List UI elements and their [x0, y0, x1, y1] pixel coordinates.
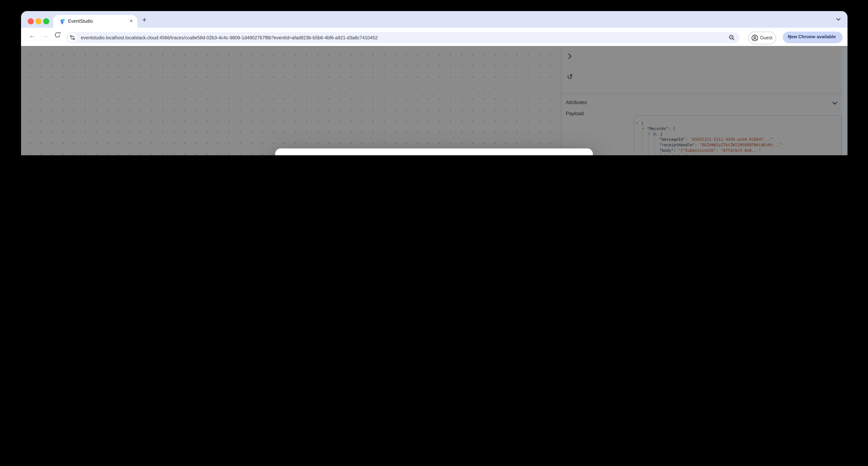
screenshot-stage: EventStudio × + ← → [0, 0, 868, 155]
tab-eventstudio[interactable]: EventStudio × [53, 15, 137, 28]
profile-label: Guest [760, 35, 772, 40]
reload-button[interactable] [54, 32, 61, 38]
url-text[interactable]: eventstudio.localhost.localstack.cloud:4… [81, 35, 378, 40]
browser-menu-dots-icon[interactable]: ⋮ [788, 34, 839, 40]
tab-close-icon[interactable]: × [129, 17, 133, 25]
site-settings-tune-icon[interactable] [68, 33, 77, 42]
tab-search-chevron-icon[interactable] [836, 17, 841, 21]
window-minimize-button[interactable] [35, 18, 41, 24]
tab-strip: EventStudio × + [21, 11, 847, 28]
chrome-update-button[interactable]: New Chrome available ⋮ [783, 32, 842, 43]
url-bar[interactable]: eventstudio.localhost.localstack.cloud:4… [66, 32, 740, 43]
window-zoom-button[interactable] [43, 18, 49, 24]
tab-title: EventStudio [68, 18, 93, 24]
page-content: λ Lambda SubmitQuizFunction → [21, 46, 847, 155]
forward-button: → [42, 32, 49, 39]
browser-window: EventStudio × + ← → [21, 11, 847, 155]
modal-backdrop[interactable] [21, 46, 847, 155]
eventstudio-favicon-icon [59, 18, 65, 24]
zoom-out-page-icon[interactable] [728, 34, 735, 41]
edit-event-modal: Edit Event with ID: undefined × Event De… [275, 148, 593, 155]
back-button[interactable]: ← [29, 32, 35, 39]
window-close-button[interactable] [28, 18, 34, 24]
page-scrollbar[interactable] [842, 47, 847, 155]
new-tab-button[interactable]: + [142, 16, 147, 23]
profile-button[interactable]: Guest [748, 32, 776, 44]
browser-toolbar: ← → eventstudio.localhost.localstack.clo… [21, 28, 847, 46]
